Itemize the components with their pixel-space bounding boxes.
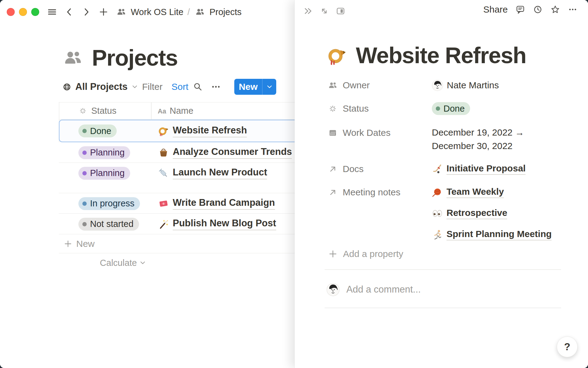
status-column-header[interactable]: Status (59, 102, 151, 119)
status-badge[interactable]: Done (78, 125, 117, 137)
zoom-window-button[interactable] (31, 8, 39, 16)
star-icon[interactable] (550, 5, 560, 14)
row-title-link[interactable]: Publish New Blog Post (173, 218, 276, 230)
status-dot (82, 171, 87, 175)
owner-property-value[interactable]: Nate Martins (432, 78, 499, 92)
relation-link-label: Initiative Proposal (447, 163, 526, 175)
side-peek-icon[interactable] (336, 6, 345, 16)
table-row[interactable]: Done Website Refresh (59, 120, 301, 142)
status-cell[interactable]: Planning (59, 163, 151, 183)
work-dates-property-value[interactable]: December 19, 2022 → December 30, 2022 (432, 126, 524, 153)
status-cell[interactable]: In progress (59, 193, 151, 214)
status-badge-label: Planning (90, 148, 125, 158)
app-window: Work OS Lite / Projects Projects All Pro… (0, 0, 588, 368)
status-badge[interactable]: Planning (78, 146, 130, 159)
help-button[interactable]: ? (557, 336, 578, 357)
status-badge[interactable]: Not started (78, 218, 139, 231)
comment-input-row[interactable]: Add a comment... (326, 281, 421, 298)
view-selector[interactable]: All Projects (62, 77, 138, 96)
plus-icon[interactable] (99, 7, 108, 17)
expand-diagonal-icon[interactable] (319, 6, 329, 16)
svg-text:Aa: Aa (158, 107, 167, 115)
status-badge[interactable]: Done (432, 102, 470, 115)
status-cell[interactable]: Planning (59, 142, 151, 163)
property-row-work-dates: Work Dates December 19, 2022 → December … (328, 126, 524, 153)
meeting-notes-property-label[interactable]: Meeting notes (328, 185, 432, 199)
relation-link[interactable]: Retrospective (432, 206, 552, 220)
relation-link[interactable]: Team Weekly (432, 185, 552, 199)
table-row[interactable]: Not started Publish New Blog Post (59, 214, 301, 234)
chevron-left-icon[interactable] (64, 7, 74, 17)
page-title[interactable]: Projects (92, 45, 178, 71)
name-cell[interactable]: Publish New Blog Post (151, 214, 301, 234)
table-row[interactable]: In progress Write Brand Campaign (59, 193, 301, 214)
ellipsis-icon[interactable] (568, 5, 578, 14)
clock-icon[interactable] (533, 5, 543, 14)
close-window-button[interactable] (7, 8, 15, 16)
minimize-window-button[interactable] (19, 8, 27, 16)
status-badge-label: Done (90, 126, 111, 136)
comment-input[interactable]: Add a comment... (346, 284, 421, 295)
add-property-button[interactable]: Add a property (328, 247, 403, 261)
chevron-right-icon[interactable] (81, 7, 91, 17)
arrow-up-right-icon (328, 188, 337, 197)
breadcrumb-page[interactable]: Projects (209, 7, 242, 17)
name-cell[interactable]: Website Refresh (151, 120, 301, 142)
add-property-label: Add a property (343, 249, 403, 259)
name-column-header[interactable]: Aa Name (151, 102, 301, 119)
view-more-button[interactable] (211, 77, 222, 96)
calculate-button[interactable]: Calculate (59, 253, 151, 272)
title-property-icon: Aa (157, 106, 168, 116)
plus-icon (328, 249, 337, 259)
view-toolbar: All Projects Filter Sort New (0, 77, 295, 96)
table-row[interactable]: Planning Launch New Product (59, 163, 301, 193)
docs-property-label[interactable]: Docs (328, 162, 432, 176)
chevron-down-icon (131, 83, 138, 90)
peek-page-title[interactable]: Website Refresh (356, 42, 526, 68)
docs-label-text: Docs (343, 164, 364, 174)
double-chevron-right-icon[interactable] (303, 6, 313, 16)
row-title-link[interactable]: Write Brand Campaign (173, 197, 275, 210)
chevron-down-icon (266, 83, 273, 90)
people-group-icon[interactable] (61, 48, 85, 67)
name-cell[interactable]: Analyze Consumer Trends (151, 142, 301, 163)
eyes-icon (432, 208, 443, 219)
breadcrumb-workspace[interactable]: Work OS Lite (131, 7, 183, 17)
row-title-link[interactable]: Launch New Product (173, 167, 267, 179)
relation-link[interactable]: Initiative Proposal (432, 162, 526, 176)
divider (325, 269, 561, 270)
comment-bubble-icon[interactable] (515, 5, 525, 14)
yarn-icon (432, 187, 443, 198)
owner-property-label[interactable]: Owner (328, 78, 432, 92)
status-cell[interactable]: Done (59, 120, 151, 142)
status-property-label[interactable]: Status (328, 102, 432, 116)
sort-button[interactable]: Sort (172, 77, 188, 96)
share-button[interactable]: Share (483, 4, 508, 15)
name-cell[interactable]: Launch New Product (151, 163, 301, 183)
work-dates-line2: December 30, 2022 (432, 139, 524, 153)
status-badge-label: In progress (90, 198, 134, 209)
relation-link-label: Sprint Planning Meeting (447, 229, 552, 240)
new-button-dropdown[interactable] (262, 79, 276, 95)
owner-label-text: Owner (343, 80, 370, 90)
name-cell[interactable]: Write Brand Campaign (151, 193, 301, 214)
status-dot (82, 201, 87, 206)
status-property-value[interactable]: Done (432, 102, 470, 116)
row-title-link[interactable]: Analyze Consumer Trends (173, 146, 292, 159)
row-title-link[interactable]: Website Refresh (173, 125, 247, 137)
peek-topbar: Share (295, 0, 588, 21)
hamburger-icon[interactable] (47, 7, 57, 17)
filter-button[interactable]: Filter (142, 77, 163, 96)
work-dates-property-label[interactable]: Work Dates (328, 126, 432, 140)
relation-link[interactable]: Sprint Planning Meeting (432, 228, 552, 242)
table-new-row-button[interactable]: New (59, 235, 301, 253)
postal-horn-icon[interactable] (326, 45, 348, 66)
status-burst-icon (328, 104, 337, 113)
status-badge[interactable]: In progress (78, 197, 140, 210)
new-button[interactable]: New (234, 79, 262, 95)
table-row[interactable]: Planning Analyze Consumer Trends (59, 142, 301, 163)
search-button[interactable] (193, 77, 203, 96)
status-badge[interactable]: Planning (78, 167, 130, 180)
people-group-icon (194, 7, 206, 17)
status-cell[interactable]: Not started (59, 214, 151, 234)
